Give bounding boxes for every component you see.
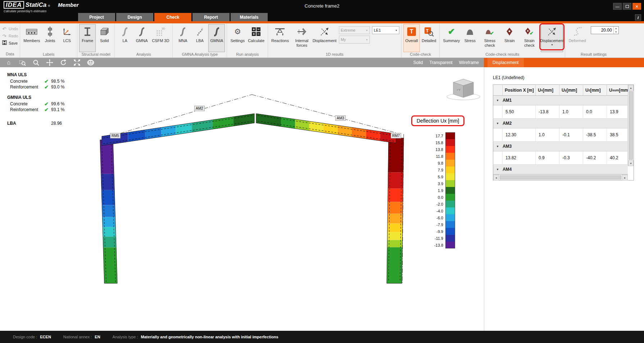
table-row[interactable]: 13.820.9-0.3-40.240.2: [493, 151, 628, 165]
table-group-row[interactable]: ▼AM2: [493, 119, 628, 128]
info-button[interactable]: i: [635, 14, 641, 20]
table-cell[interactable]: 0.9: [536, 151, 559, 164]
view-orientation-cube[interactable]: +Y: [446, 75, 482, 104]
strain-button[interactable]: Strain: [501, 24, 518, 52]
frame-structure-view[interactable]: [0, 67, 484, 331]
detailed-button[interactable]: T Detailed: [420, 24, 437, 52]
table-cell[interactable]: 12.30: [503, 128, 536, 141]
table-cell[interactable]: 0.0: [583, 105, 607, 118]
tab-design[interactable]: Design: [116, 13, 153, 21]
undo-button[interactable]: ↶ Undo: [2, 26, 18, 32]
spinner-down-icon[interactable]: ▼: [614, 30, 618, 34]
render-mode-icon[interactable]: [87, 59, 94, 66]
vertical-scrollbar[interactable]: ▲ ▼: [628, 85, 634, 166]
frame-button[interactable]: Frame: [79, 24, 96, 52]
redo-button[interactable]: ↷ Redo: [2, 33, 18, 39]
table-cell[interactable]: -38.5: [583, 128, 607, 141]
calculate-button[interactable]: Calculate: [246, 24, 266, 52]
table-cell[interactable]: -40.2: [583, 151, 607, 164]
home-view-icon[interactable]: ⌂: [5, 59, 12, 66]
scroll-down-icon[interactable]: ▼: [628, 160, 634, 166]
vertical-scroll-thumb[interactable]: [629, 91, 633, 160]
internal-forces-button[interactable]: Internal forces: [291, 24, 313, 52]
load-case-selector[interactable]: LE1 (Undefined): [493, 75, 524, 80]
table-group-row[interactable]: ▼AM3: [493, 142, 628, 151]
displacement-button[interactable]: Displacement: [313, 24, 336, 52]
tab-check[interactable]: Check: [154, 13, 191, 21]
table-cell[interactable]: 40.2: [607, 151, 628, 164]
table-cell[interactable]: 5.50: [503, 105, 536, 118]
lcs-button[interactable]: LCS: [59, 24, 75, 52]
settings-button[interactable]: ⚙ Settings: [229, 24, 246, 52]
scroll-left-icon[interactable]: ◄: [493, 175, 499, 180]
rotate-icon[interactable]: [60, 59, 67, 66]
table-group-row[interactable]: ▼AM4: [493, 165, 628, 174]
table-cell[interactable]: -0.1: [559, 128, 583, 141]
zoom-icon[interactable]: [32, 59, 40, 66]
pan-icon[interactable]: [46, 59, 53, 66]
minimize-button[interactable]: —: [613, 3, 622, 10]
model-canvas[interactable]: MNA ULS Concrete ✔ 98.5 % Reinforcement …: [0, 67, 484, 331]
table-cell[interactable]: 38.5: [607, 128, 628, 141]
mna-button[interactable]: MNA: [174, 24, 191, 52]
horizontal-scrollbar[interactable]: ◄ ►: [493, 174, 628, 180]
table-row[interactable]: 5.50-13.81.00.013.9: [493, 105, 628, 119]
deformed-scale-spinner[interactable]: 20.00 ▲ ▼: [591, 26, 619, 34]
summary-button[interactable]: ✔ Summary: [441, 24, 461, 52]
table-header-position[interactable]: Position X [m]: [503, 85, 536, 95]
csfm-3d-button[interactable]: 3D CSFM 3D: [150, 24, 171, 52]
spinner-up-icon[interactable]: ▲: [614, 27, 618, 30]
member-label-am3[interactable]: AM3: [335, 115, 346, 121]
table-cell[interactable]: -0.3: [559, 151, 583, 164]
gmnia-button[interactable]: GMNIA: [208, 24, 225, 52]
solid-button[interactable]: Solid: [96, 24, 113, 52]
member-label-am2[interactable]: AM2: [194, 106, 205, 111]
wireframe-view-button[interactable]: Wireframe: [459, 60, 479, 65]
overall-button[interactable]: T Overall: [403, 24, 420, 52]
members-button[interactable]: Members: [22, 24, 41, 52]
save-button[interactable]: Save: [2, 40, 18, 46]
gmna-button[interactable]: GMNA: [133, 24, 150, 52]
displacement-results-button[interactable]: Displacement ▼: [541, 24, 563, 52]
transparent-view-button[interactable]: Transparent: [429, 60, 452, 65]
deformed-button[interactable]: Deformed: [567, 24, 587, 52]
tab-report[interactable]: Report: [192, 13, 230, 21]
reactions-button[interactable]: Reactions: [270, 24, 290, 52]
la-button[interactable]: LA: [117, 24, 133, 52]
table-cell[interactable]: -13.8: [536, 105, 559, 118]
panel-tab-displacement[interactable]: Displacement: [487, 58, 524, 67]
zoom-window-icon[interactable]: [19, 59, 26, 66]
collapse-triangle-icon[interactable]: ▼: [496, 99, 499, 102]
table-cell[interactable]: 1.0: [559, 105, 583, 118]
table-header-uz[interactable]: Uz [mm]: [583, 85, 607, 95]
deformed-scale-value[interactable]: 20.00: [591, 28, 613, 33]
table-cell[interactable]: 13.9: [607, 105, 628, 118]
table-header-uy[interactable]: Uy [mm]: [559, 85, 583, 95]
collapse-triangle-icon[interactable]: ▼: [496, 122, 499, 125]
table-row[interactable]: 12.301.0-0.1-38.538.5: [493, 128, 628, 142]
table-cell[interactable]: 1.0: [536, 128, 559, 141]
stress-button[interactable]: Stress: [462, 24, 478, 52]
table-group-row[interactable]: ▼AM1: [493, 96, 628, 105]
zoom-fit-icon[interactable]: [73, 59, 81, 66]
joints-button[interactable]: Joints: [42, 24, 58, 52]
tab-project[interactable]: Project: [78, 13, 115, 21]
maximize-button[interactable]: [623, 3, 631, 10]
scroll-up-icon[interactable]: ▲: [628, 85, 634, 91]
extreme-dropdown[interactable]: Extreme ▼: [339, 26, 370, 34]
tab-materials[interactable]: Materials: [231, 13, 268, 21]
member-label-rm5[interactable]: RM5: [110, 133, 121, 138]
table-header-ux[interactable]: Ux [mm]: [536, 85, 559, 95]
component-dropdown[interactable]: My ▼: [339, 36, 370, 44]
table-cell[interactable]: 13.82: [503, 151, 536, 164]
close-button[interactable]: ×: [632, 3, 641, 10]
solid-view-button[interactable]: Solid: [413, 60, 423, 65]
horizontal-scroll-thumb[interactable]: [500, 175, 621, 179]
table-header-usum[interactable]: Usum [mm]: [607, 85, 628, 95]
collapse-triangle-icon[interactable]: ▼: [496, 145, 499, 148]
strain-check-button[interactable]: ✔ Strain check: [518, 24, 540, 52]
stress-check-button[interactable]: ✔ Stress check: [479, 24, 501, 52]
load-case-dropdown[interactable]: LE1 ▼: [372, 26, 399, 34]
scroll-right-icon[interactable]: ►: [622, 175, 628, 180]
lba-button[interactable]: LBA: [191, 24, 208, 52]
